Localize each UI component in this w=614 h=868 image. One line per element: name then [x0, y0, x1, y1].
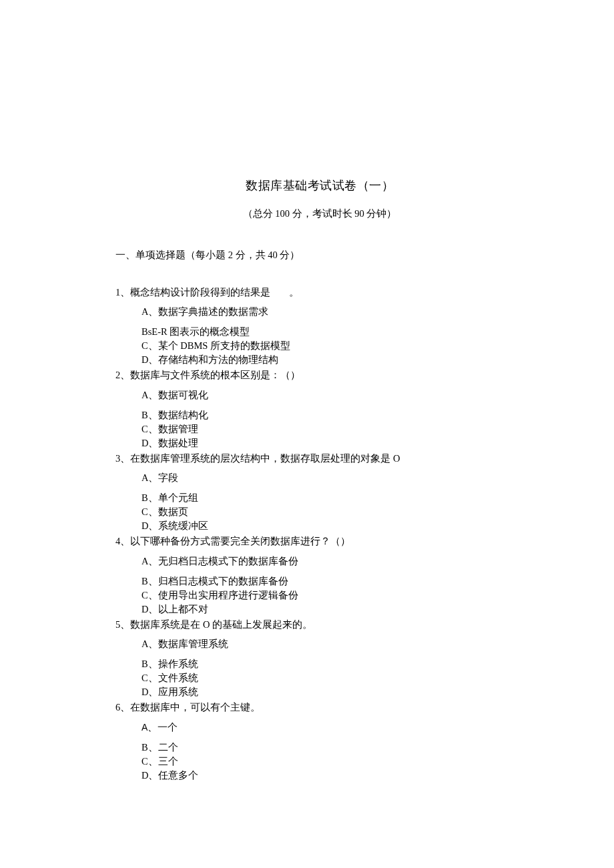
question-6: 6、在数据库中，可以有个主键。 A、一个 B、二个 C、三个 D、任意多个	[115, 701, 524, 783]
q5-option-d: D、应用系统	[115, 685, 524, 699]
q3-option-c: C、数据页	[115, 505, 524, 519]
q4-stem: 4、以下哪种备份方式需要完全关闭数据库进行？（）	[115, 534, 524, 549]
question-1: 1、概念结构设计阶段得到的结果是。 A、数据字典描述的数据需求 BsE-R 图表…	[115, 286, 524, 368]
question-5: 5、数据库系统是在 O 的基础上发展起来的。 A、数据库管理系统 B、操作系统 …	[115, 618, 524, 700]
q6-stem: 6、在数据库中，可以有个主键。	[115, 701, 524, 715]
q1-stem-post: 。	[289, 287, 299, 298]
q6-a-letter: A	[141, 722, 147, 733]
q1-option-b: BsE-R 图表示的概念模型	[115, 325, 524, 339]
q1-stem: 1、概念结构设计阶段得到的结果是。	[115, 286, 524, 300]
q6-option-c: C、三个	[115, 755, 524, 769]
question-4: 4、以下哪种备份方式需要完全关闭数据库进行？（） A、无归档日志模式下的数据库备…	[115, 534, 524, 616]
question-3: 3、在数据库管理系统的层次结构中，数据存取层处理的对象是 O A、字段 B、单个…	[115, 452, 524, 534]
q3-stem: 3、在数据库管理系统的层次结构中，数据存取层处理的对象是 O	[115, 452, 524, 466]
q3-option-b: B、单个元组	[115, 491, 524, 505]
exam-title: 数据库基础考试试卷（一）	[115, 177, 524, 195]
page: 数据库基础考试试卷（一） （总分 100 分，考试时长 90 分钟） 一、单项选…	[0, 0, 614, 783]
q5-option-a: A、数据库管理系统	[115, 637, 524, 652]
q6-option-a: A、一个	[115, 721, 524, 735]
q4-option-a: A、无归档日志模式下的数据库备份	[115, 554, 524, 569]
q6-a-text: 一个	[158, 722, 178, 733]
section-heading: 一、单项选择题（每小题 2 分，共 40 分）	[115, 248, 524, 263]
q4-option-d: D、以上都不对	[115, 602, 524, 616]
q2-stem: 2、数据库与文件系统的根本区别是：（）	[115, 368, 524, 383]
q4-option-c: C、使用导出实用程序进行逻辑备份	[115, 588, 524, 602]
q6-a-sep: 、	[147, 722, 158, 733]
q3-option-d: D、系统缓冲区	[115, 519, 524, 533]
q6-option-b: B、二个	[115, 741, 524, 755]
q1-option-c: C、某个 DBMS 所支持的数据模型	[115, 339, 524, 353]
q2-option-c: C、数据管理	[115, 422, 524, 436]
q2-option-d: D、数据处理	[115, 436, 524, 450]
q5-stem: 5、数据库系统是在 O 的基础上发展起来的。	[115, 618, 524, 632]
q4-option-b: B、归档日志模式下的数据库备份	[115, 574, 524, 588]
exam-subtitle: （总分 100 分，考试时长 90 分钟）	[115, 207, 524, 222]
q2-option-b: B、数据结构化	[115, 408, 524, 422]
q2-option-a: A、数据可视化	[115, 388, 524, 403]
q3-option-a: A、字段	[115, 471, 524, 486]
q1-option-d: D、存储结构和方法的物理结构	[115, 353, 524, 367]
q1-stem-pre: 1、概念结构设计阶段得到的结果是	[115, 287, 270, 298]
question-2: 2、数据库与文件系统的根本区别是：（） A、数据可视化 B、数据结构化 C、数据…	[115, 368, 524, 450]
q6-option-d: D、任意多个	[115, 769, 524, 783]
q5-option-c: C、文件系统	[115, 671, 524, 685]
q1-option-a: A、数据字典描述的数据需求	[115, 305, 524, 320]
q5-option-b: B、操作系统	[115, 657, 524, 671]
